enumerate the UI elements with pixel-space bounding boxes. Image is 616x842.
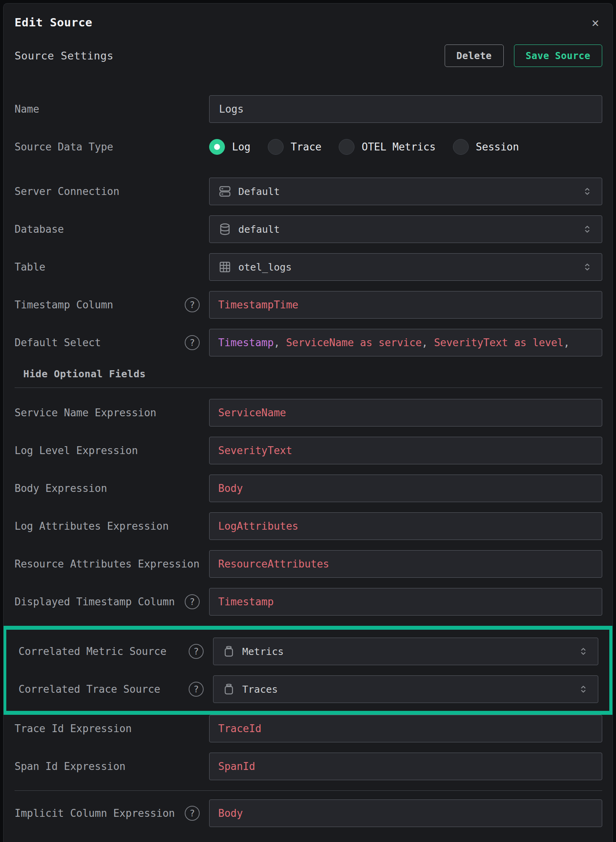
field-row-service-name-expression: Service Name Expression ServiceName bbox=[15, 399, 602, 427]
chevron-updown-icon bbox=[581, 223, 593, 235]
default-select-label: Default Select bbox=[15, 335, 101, 350]
span-id-expression-label: Span Id Expression bbox=[15, 759, 126, 774]
save-source-button[interactable]: Save Source bbox=[514, 45, 602, 67]
optional-fields-section: Hide Optional Fields bbox=[15, 368, 602, 388]
help-icon[interactable]: ? bbox=[189, 682, 204, 697]
field-row-database: Database default bbox=[15, 215, 602, 243]
body-expression-label: Body Expression bbox=[15, 481, 107, 496]
radio-circle-icon bbox=[339, 139, 354, 155]
settings-bar: Source Settings Delete Save Source bbox=[15, 45, 602, 67]
chevron-updown-icon bbox=[577, 645, 589, 657]
field-row-table: Table otel_logs bbox=[15, 253, 602, 281]
correlated-trace-source-select[interactable]: Traces bbox=[213, 675, 598, 703]
field-row-correlated-metric-source: Correlated Metric Source ? Metrics bbox=[19, 638, 598, 665]
database-select[interactable]: default bbox=[209, 215, 602, 243]
implicit-column-expression-label: Implicit Column Expression bbox=[15, 806, 175, 821]
chevron-updown-icon bbox=[581, 185, 593, 197]
body-expression-input[interactable]: Body bbox=[209, 475, 602, 502]
correlated-metric-source-label: Correlated Metric Source bbox=[19, 644, 167, 659]
log-attributes-expression-input[interactable]: LogAttributes bbox=[209, 512, 602, 540]
table-icon bbox=[218, 260, 232, 274]
chevron-updown-icon bbox=[581, 261, 593, 273]
section-title: Source Settings bbox=[15, 50, 113, 62]
server-connection-label: Server Connection bbox=[15, 184, 119, 199]
correlated-metric-source-select[interactable]: Metrics bbox=[213, 638, 598, 665]
help-icon[interactable]: ? bbox=[185, 806, 200, 821]
default-select-input[interactable]: Timestamp, ServiceName as service, Sever… bbox=[209, 329, 602, 356]
divider bbox=[15, 790, 602, 791]
table-select[interactable]: otel_logs bbox=[209, 253, 602, 281]
name-input-wrapper bbox=[209, 95, 602, 123]
help-icon[interactable]: ? bbox=[185, 594, 200, 609]
help-icon[interactable]: ? bbox=[189, 644, 204, 659]
modal-title: Edit Source bbox=[15, 15, 93, 30]
trace-id-expression-input[interactable]: TraceId bbox=[209, 715, 602, 742]
field-row-implicit-column-expression: Implicit Column Expression ? Body bbox=[15, 799, 602, 827]
resource-attributes-expression-label: Resource Attributes Expression bbox=[15, 556, 200, 571]
field-row-span-id-expression: Span Id Expression SpanId bbox=[15, 753, 602, 780]
help-icon[interactable]: ? bbox=[185, 335, 200, 350]
field-row-source-data-type: Source Data Type Log Trace OTEL Metrics … bbox=[15, 133, 602, 161]
service-name-expression-input[interactable]: ServiceName bbox=[209, 399, 602, 427]
displayed-timestamp-column-input[interactable]: Timestamp bbox=[209, 588, 602, 616]
radio-option-session[interactable]: Session bbox=[453, 139, 519, 155]
hide-optional-fields-toggle[interactable]: Hide Optional Fields bbox=[23, 368, 146, 380]
source-data-type-label: Source Data Type bbox=[15, 139, 113, 154]
server-icon bbox=[218, 185, 232, 198]
close-icon[interactable]: ✕ bbox=[588, 15, 602, 30]
implicit-column-expression-input[interactable]: Body bbox=[209, 799, 602, 827]
log-level-expression-label: Log Level Expression bbox=[15, 443, 138, 458]
delete-button[interactable]: Delete bbox=[445, 45, 504, 67]
field-row-log-level-expression: Log Level Expression SeverityText bbox=[15, 437, 602, 464]
correlated-trace-source-label: Correlated Trace Source bbox=[19, 682, 160, 697]
field-row-correlated-trace-source: Correlated Trace Source ? Traces bbox=[19, 675, 598, 703]
radio-circle-selected-icon bbox=[209, 139, 225, 155]
span-id-expression-input[interactable]: SpanId bbox=[209, 753, 602, 780]
field-row-log-attributes-expression: Log Attributes Expression LogAttributes bbox=[15, 512, 602, 540]
field-row-name: Name bbox=[15, 95, 602, 123]
field-row-trace-id-expression: Trace Id Expression TraceId bbox=[15, 715, 602, 742]
service-name-expression-label: Service Name Expression bbox=[15, 405, 156, 420]
edit-source-modal: Edit Source ✕ Source Settings Delete Sav… bbox=[3, 3, 613, 842]
name-label: Name bbox=[15, 102, 39, 117]
source-icon bbox=[222, 683, 236, 696]
help-icon[interactable]: ? bbox=[185, 297, 200, 312]
field-row-default-select: Default Select ? Timestamp, ServiceName … bbox=[15, 329, 602, 356]
server-connection-select[interactable]: Default bbox=[209, 178, 602, 205]
database-label: Database bbox=[15, 222, 64, 237]
field-row-displayed-timestamp-column: Displayed Timestamp Column ? Timestamp bbox=[15, 588, 602, 616]
database-icon bbox=[218, 223, 232, 236]
log-attributes-expression-label: Log Attributes Expression bbox=[15, 519, 169, 534]
trace-id-expression-label: Trace Id Expression bbox=[15, 721, 132, 736]
radio-circle-icon bbox=[268, 139, 284, 155]
field-row-server-connection: Server Connection Default bbox=[15, 178, 602, 205]
modal-header: Edit Source ✕ bbox=[15, 15, 602, 30]
action-buttons: Delete Save Source bbox=[445, 45, 602, 67]
displayed-timestamp-column-label: Displayed Timestamp Column bbox=[15, 594, 175, 609]
field-row-resource-attributes-expression: Resource Attributes Expression ResourceA… bbox=[15, 550, 602, 578]
radio-option-log[interactable]: Log bbox=[209, 139, 250, 155]
table-label: Table bbox=[15, 260, 45, 274]
name-input[interactable] bbox=[218, 103, 593, 115]
source-icon bbox=[222, 645, 236, 658]
radio-circle-icon bbox=[453, 139, 469, 155]
source-data-type-radio-group: Log Trace OTEL Metrics Session bbox=[209, 139, 602, 155]
timestamp-column-input[interactable]: TimestampTime bbox=[209, 291, 602, 319]
timestamp-column-label: Timestamp Column bbox=[15, 297, 113, 312]
resource-attributes-expression-input[interactable]: ResourceAttributes bbox=[209, 550, 602, 578]
correlated-sources-highlight: Correlated Metric Source ? Metrics Corre… bbox=[3, 626, 613, 715]
radio-option-otel-metrics[interactable]: OTEL Metrics bbox=[339, 139, 436, 155]
field-row-timestamp-column: Timestamp Column ? TimestampTime bbox=[15, 291, 602, 319]
field-row-body-expression: Body Expression Body bbox=[15, 475, 602, 502]
radio-option-trace[interactable]: Trace bbox=[268, 139, 321, 155]
log-level-expression-input[interactable]: SeverityText bbox=[209, 437, 602, 464]
chevron-updown-icon bbox=[577, 683, 589, 695]
divider bbox=[15, 388, 602, 388]
